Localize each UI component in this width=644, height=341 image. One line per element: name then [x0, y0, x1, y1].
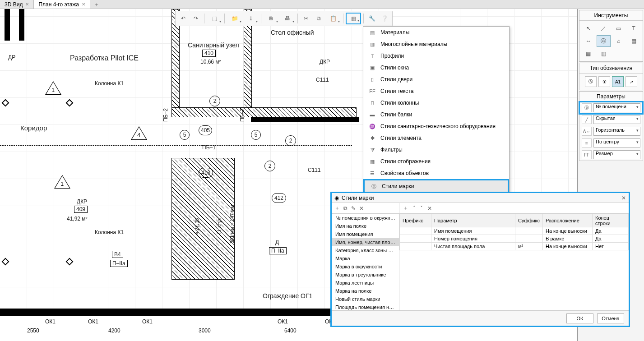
tab-label: План 4-го этажа [38, 1, 79, 8]
list-item[interactable]: Марка лестницы [332, 279, 399, 287]
props-table[interactable]: Префикс Параметр Суффикс Расположение Ко… [399, 214, 629, 310]
list-item[interactable]: Имя на полке [332, 222, 399, 230]
edit-button[interactable]: ✎ [351, 205, 356, 212]
list-item[interactable]: Имя, номер, чистая площадь по [332, 238, 399, 246]
wall [19, 9, 24, 41]
tool-rect[interactable]: ▭ [612, 23, 626, 34]
menu-object-props[interactable]: ☰Свойства объектов [363, 167, 509, 179]
menu-element-styles[interactable]: ✱Стили элемента [363, 132, 509, 144]
copy-button[interactable]: ⧉ [313, 13, 324, 24]
save-button[interactable]: ⤓ [243, 13, 259, 24]
list-item[interactable]: Марка на полке [332, 287, 399, 295]
label-b4: В4 [112, 251, 123, 258]
tool-blank2[interactable] [627, 48, 641, 60]
tool-dimension[interactable]: ↔ [581, 35, 596, 47]
tool-blank1[interactable] [612, 48, 626, 60]
list-item[interactable]: Категория, класс зоны помещен [332, 246, 399, 254]
menu-profiles[interactable]: ⌶Профили [363, 50, 509, 62]
close-icon[interactable]: ✕ [82, 2, 85, 7]
menu-text-styles[interactable]: FFСтили текста [363, 85, 509, 97]
help-button[interactable]: ❔ [379, 13, 390, 24]
move-up-button[interactable]: ˄ [413, 205, 416, 212]
tool-mark[interactable]: ⓐ [597, 35, 611, 47]
tab-plan[interactable]: План 4-го этажа ✕ [34, 0, 90, 9]
param-select-align[interactable]: По центру [593, 138, 640, 147]
styles-list[interactable]: № помещения в окружностиИмя на полкеИмя … [332, 214, 399, 310]
param-orientation: A↔ Горизонталь [579, 125, 643, 137]
tool-select[interactable]: ↖ [581, 23, 596, 34]
menu-door-styles[interactable]: ▯Стили двери [363, 74, 509, 85]
type-a1[interactable]: A1 [612, 76, 624, 87]
list-item[interactable]: Площадь помещения на полке [332, 303, 399, 310]
props-toolbar: ＋ ˄ ˅ ✕ [399, 203, 629, 214]
tab-3d-view[interactable]: 3D Вид ✕ [0, 0, 34, 9]
room-area: 41,92 м² [67, 216, 88, 222]
label-dkr: ДКР [320, 59, 330, 65]
param-icon: ≡ [582, 138, 592, 147]
table-row[interactable]: Номер помещенияВ рамкеДа [400, 235, 629, 243]
delete-button[interactable]: ✕ [359, 205, 364, 212]
close-icon[interactable]: ✕ [25, 2, 29, 7]
list-item[interactable]: Новый стиль марки [332, 295, 399, 303]
type-a-circle[interactable]: Ⓐ [585, 76, 597, 87]
tab-label: 3D Вид [5, 1, 23, 8]
tool-line[interactable]: ／ [597, 23, 611, 34]
param-select-line[interactable]: Скрытая [593, 115, 640, 124]
room-number: 409 [74, 206, 88, 213]
add-button[interactable]: ＋ [334, 204, 340, 212]
label-koridor: Коридор [20, 124, 47, 132]
param-select-font[interactable]: Размер [593, 150, 640, 159]
param-select-room[interactable]: № помещени [593, 103, 640, 112]
move-down-button[interactable]: ˅ [420, 205, 423, 212]
window-mark: ОК1 [278, 318, 288, 325]
table-row[interactable]: Имя помещенияНа конце выноскиДа [400, 227, 629, 235]
multilayer-icon: ▥ [369, 41, 376, 48]
cancel-button[interactable]: Отмена [597, 313, 624, 323]
list-item[interactable]: Марка в треугольнике [332, 271, 399, 279]
tool-house[interactable]: ⌂ [612, 35, 626, 47]
param-select-orient[interactable]: Горизонталь [593, 127, 640, 136]
copy-button[interactable]: ⧉ [343, 205, 347, 212]
list-item[interactable]: Имя помещения [332, 230, 399, 238]
redo-button[interactable]: ↷ [190, 13, 202, 24]
tab-add-button[interactable]: ＋ [90, 0, 103, 9]
table-row[interactable]: Чистая площадь полам²На конце выноскиНет [400, 243, 629, 250]
export-button[interactable]: 🗎 [264, 13, 279, 24]
params-panel: Параметры ⓐ № помещени ╱ Скрытая A↔ Гори… [579, 91, 643, 161]
menu-materials[interactable]: ▤Материалы [363, 27, 509, 38]
list-item[interactable]: Марка [332, 254, 399, 263]
cut-button[interactable]: ✂ [300, 13, 312, 24]
paste-button[interactable]: 📋 [325, 13, 341, 24]
add-row-button[interactable]: ＋ [403, 204, 408, 212]
tools-panel: Инструменты ↖ ／ ▭ T ↔ ⓐ ⌂ ▤ ▦ ▥ [579, 10, 643, 62]
close-icon[interactable]: ✕ [621, 195, 626, 201]
print-button[interactable]: 🖶 [280, 13, 295, 24]
menu-beam-styles[interactable]: ▬Стили балки [363, 109, 509, 120]
view3d-button[interactable]: ⬚ [207, 13, 222, 24]
menu-plumbing-styles[interactable]: ♒Стили санитарно-технического оборудован… [363, 120, 509, 132]
undo-button[interactable]: ↶ [177, 13, 189, 24]
settings-button[interactable]: 🔧 [366, 13, 378, 24]
tool-text[interactable]: T [627, 23, 641, 34]
col-pos: Расположение [543, 214, 593, 227]
menu-multilayer[interactable]: ▥Многослойные материалы [363, 38, 509, 50]
type-1-square[interactable]: ① [598, 76, 610, 87]
menu-filters[interactable]: ⧩Фильтры [363, 144, 509, 156]
styles-button[interactable]: ▦ [346, 13, 361, 24]
ok-button[interactable]: ОК [566, 313, 593, 323]
tool-table[interactable]: ▥ [597, 48, 611, 60]
open-button[interactable]: 📁 [227, 13, 242, 24]
col-eol: Конец строки [593, 214, 629, 227]
menu-column-styles[interactable]: ⊓Стили колонны [363, 97, 509, 109]
stair-height: ≈ 27,05 [194, 218, 199, 235]
type-arrow[interactable]: ↗ [625, 76, 637, 87]
list-item[interactable]: № помещения в окружности [332, 214, 399, 222]
tool-layers[interactable]: ▤ [627, 35, 641, 47]
tool-grid[interactable]: ▦ [581, 48, 596, 60]
list-item[interactable]: Марка в окружности [332, 263, 399, 271]
label-c111-2: С111 [308, 167, 321, 173]
delete-row-button[interactable]: ✕ [427, 205, 432, 212]
menu-display-styles[interactable]: ▦Стили отображения [363, 156, 509, 167]
label-dr: ДР [8, 54, 15, 60]
menu-window-styles[interactable]: ▣Стили окна [363, 62, 509, 74]
